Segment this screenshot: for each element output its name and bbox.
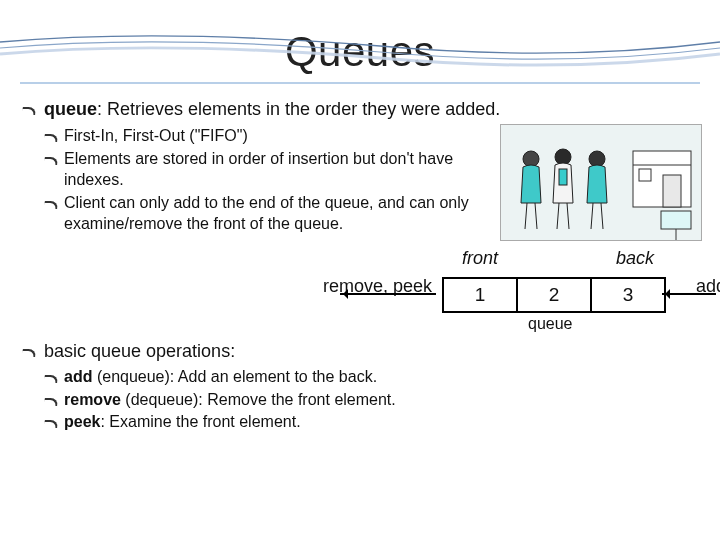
sub-list-top: First-In, First-Out ("FIFO") Elements ar… bbox=[44, 124, 490, 236]
arrow-add bbox=[662, 293, 716, 295]
kw-remove: remove bbox=[64, 391, 121, 408]
kw-add: add bbox=[64, 368, 92, 385]
ops-list: add (enqueue): Add an element to the bac… bbox=[44, 367, 702, 433]
queue-cell: 3 bbox=[592, 279, 664, 311]
queue-def-text: : Retrieves elements in the order they w… bbox=[97, 99, 500, 119]
op-remove-text: (dequeue): Remove the front element. bbox=[121, 391, 396, 408]
bullet-basic-ops: basic queue operations: bbox=[22, 340, 702, 363]
svg-rect-1 bbox=[633, 151, 691, 207]
queue-illustration bbox=[500, 124, 702, 241]
title-underline bbox=[20, 82, 700, 84]
kw-queue: queue bbox=[44, 99, 97, 119]
sub-fifo: First-In, First-Out ("FIFO") bbox=[44, 126, 490, 147]
kw-peek: peek bbox=[64, 413, 100, 430]
op-peek: peek: Examine the front element. bbox=[44, 412, 702, 433]
sub-client: Client can only add to the end of the qu… bbox=[44, 193, 490, 235]
slide: Queues queue: Retrieves elements in the … bbox=[0, 28, 720, 540]
op-add: add (enqueue): Add an element to the bac… bbox=[44, 367, 702, 388]
arrow-remove bbox=[340, 293, 436, 295]
queue-cell: 2 bbox=[518, 279, 592, 311]
op-add-text: (enqueue): Add an element to the back. bbox=[92, 368, 377, 385]
back-label: back bbox=[616, 247, 654, 270]
content-area: queue: Retrieves elements in the order t… bbox=[0, 98, 720, 433]
op-remove: remove (dequeue): Remove the front eleme… bbox=[44, 390, 702, 411]
svg-rect-5 bbox=[661, 211, 691, 229]
diagram-caption: queue bbox=[528, 314, 573, 335]
op-peek-text: : Examine the front element. bbox=[100, 413, 300, 430]
queue-boxes: 1 2 3 bbox=[442, 277, 666, 313]
sub-stored: Elements are stored in order of insertio… bbox=[44, 149, 490, 191]
front-label: front bbox=[462, 247, 498, 270]
svg-rect-11 bbox=[559, 169, 567, 185]
queue-diagram: front back remove, peek add 1 2 3 queue bbox=[22, 247, 720, 337]
queue-cell: 1 bbox=[444, 279, 518, 311]
bullet-queue: queue: Retrieves elements in the order t… bbox=[22, 98, 702, 121]
slide-title: Queues bbox=[0, 28, 720, 76]
svg-rect-2 bbox=[663, 175, 681, 207]
